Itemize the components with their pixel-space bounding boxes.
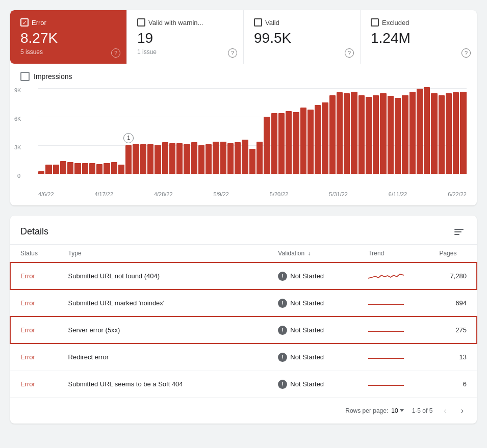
tile-valid-header: Valid bbox=[254, 18, 350, 27]
tile-valid-checkbox[interactable] bbox=[254, 18, 262, 27]
row-1-trend bbox=[358, 289, 429, 317]
chart-bar: 1 bbox=[125, 145, 132, 174]
chart-bar bbox=[329, 95, 336, 174]
y-label-6k: 6K bbox=[14, 116, 21, 122]
tile-error[interactable]: Error8.27K5 issues? bbox=[10, 10, 127, 64]
tile-excluded-value: 1.24M bbox=[371, 31, 467, 46]
impressions-section: Impressions bbox=[10, 64, 477, 81]
chart-bar bbox=[344, 93, 350, 174]
rows-per-page-select[interactable]: 10 bbox=[391, 407, 403, 414]
chart-bar bbox=[322, 102, 328, 174]
table-row[interactable]: ErrorRedirect error!Not Started 13 bbox=[10, 344, 477, 371]
x-label-5: 5/20/22 bbox=[270, 191, 289, 197]
chart-bar bbox=[351, 92, 357, 174]
row-1-validation: !Not Started bbox=[278, 299, 348, 308]
row-3-trend bbox=[358, 344, 429, 371]
tile-valid-warning-issues: 1 issue bbox=[137, 48, 233, 56]
chart-area: 9K 6K 3K 0 1 bbox=[10, 87, 477, 189]
table-header: Status Type Validation ↓ Trend Pages bbox=[10, 245, 477, 262]
pages-header: Pages bbox=[429, 245, 477, 262]
tile-excluded[interactable]: Excluded1.24M? bbox=[361, 10, 477, 64]
tile-valid-help[interactable]: ? bbox=[345, 48, 354, 58]
table-row[interactable]: ErrorSubmitted URL not found (404)!Not S… bbox=[10, 262, 477, 290]
chart-bar bbox=[271, 113, 277, 174]
filter-line-3 bbox=[454, 234, 459, 235]
tile-valid-label: Valid bbox=[265, 19, 279, 27]
tile-excluded-help[interactable]: ? bbox=[462, 48, 471, 58]
row-4-trend bbox=[358, 371, 429, 398]
chart-bar bbox=[169, 143, 175, 174]
chart-bars: 1 bbox=[38, 87, 467, 174]
impressions-checkbox[interactable] bbox=[20, 72, 30, 81]
x-label-3: 4/28/22 bbox=[154, 191, 173, 197]
chart-bar bbox=[402, 95, 408, 174]
row-1-status[interactable]: Error bbox=[20, 299, 35, 307]
chart-bar bbox=[155, 145, 161, 174]
row-2-pages: 275 bbox=[429, 317, 477, 344]
next-page-button[interactable]: › bbox=[458, 404, 467, 417]
chart-bar bbox=[453, 92, 459, 173]
row-3-pages: 13 bbox=[429, 344, 477, 371]
chart-bar bbox=[176, 143, 183, 174]
x-label-6: 5/31/22 bbox=[329, 191, 348, 197]
row-3-validation-icon: ! bbox=[278, 353, 287, 362]
validation-header: Validation ↓ bbox=[268, 245, 358, 262]
chart-bar bbox=[235, 142, 241, 173]
row-4-type: Submitted URL seems to be a Soft 404 bbox=[68, 380, 183, 388]
chart-bar bbox=[147, 144, 153, 174]
row-4-validation: !Not Started bbox=[278, 380, 348, 389]
row-3-status[interactable]: Error bbox=[20, 353, 35, 361]
chart-bar bbox=[162, 142, 168, 173]
table-row[interactable]: ErrorSubmitted URL marked 'noindex'!Not … bbox=[10, 289, 477, 317]
row-0-pages: 7,280 bbox=[429, 262, 477, 290]
row-2-validation-text: Not Started bbox=[290, 326, 324, 334]
validation-label: Validation bbox=[278, 250, 304, 257]
tile-error-label: Error bbox=[32, 19, 46, 27]
chart-bar bbox=[278, 113, 285, 174]
chart-bar bbox=[133, 144, 139, 174]
table-row[interactable]: ErrorSubmitted URL seems to be a Soft 40… bbox=[10, 371, 477, 398]
chart-bar bbox=[206, 144, 212, 174]
chart-bar bbox=[380, 93, 386, 174]
status-header: Status bbox=[10, 245, 58, 262]
details-title: Details bbox=[20, 226, 48, 237]
tile-valid-warning-value: 19 bbox=[137, 31, 233, 46]
tile-valid-warning-header: Valid with warnin... bbox=[137, 18, 233, 27]
chart-bar bbox=[417, 89, 423, 173]
table-row[interactable]: ErrorServer error (5xx)!Not Started 275 bbox=[10, 317, 477, 344]
row-4-pages: 6 bbox=[429, 371, 477, 398]
row-0-trend bbox=[358, 262, 429, 290]
y-label-9k: 9K bbox=[14, 87, 21, 93]
y-label-3k: 3K bbox=[14, 144, 21, 150]
prev-page-button[interactable]: ‹ bbox=[441, 404, 449, 417]
row-1-pages: 694 bbox=[429, 289, 477, 317]
row-0-validation: !Not Started bbox=[278, 272, 348, 281]
row-0-validation-icon: ! bbox=[278, 272, 287, 281]
chart-bar bbox=[431, 93, 437, 174]
chart-bar bbox=[460, 92, 466, 174]
tile-valid[interactable]: Valid99.5K? bbox=[244, 10, 361, 64]
details-card: Details Status Type Validation ↓ Trend P… bbox=[10, 216, 477, 424]
x-label-4: 5/9/22 bbox=[213, 191, 229, 197]
filter-icon[interactable] bbox=[454, 226, 467, 238]
tile-valid-warning-checkbox[interactable] bbox=[137, 18, 145, 27]
row-2-status[interactable]: Error bbox=[20, 326, 35, 334]
tile-excluded-checkbox[interactable] bbox=[371, 18, 379, 27]
row-4-status[interactable]: Error bbox=[20, 380, 35, 388]
chart-bar bbox=[60, 161, 66, 174]
tile-valid-warning-label: Valid with warnin... bbox=[148, 19, 203, 27]
row-0-status[interactable]: Error bbox=[20, 272, 35, 280]
y-label-0: 0 bbox=[17, 173, 20, 179]
chart-bar bbox=[286, 111, 292, 174]
sort-arrow-icon[interactable]: ↓ bbox=[308, 250, 311, 257]
chart-bar bbox=[300, 108, 306, 174]
tile-valid-warning[interactable]: Valid with warnin...191 issue? bbox=[127, 10, 244, 64]
chart-bar bbox=[118, 165, 124, 174]
tile-valid-value: 99.5K bbox=[254, 31, 350, 46]
tile-error-help[interactable]: ? bbox=[111, 48, 120, 58]
tile-valid-warning-help[interactable]: ? bbox=[228, 48, 237, 58]
chart-bar bbox=[337, 92, 343, 173]
tile-error-checkbox[interactable] bbox=[20, 18, 29, 27]
status-tiles: Error8.27K5 issues?Valid with warnin...1… bbox=[10, 10, 477, 64]
chart-bar bbox=[38, 171, 44, 174]
